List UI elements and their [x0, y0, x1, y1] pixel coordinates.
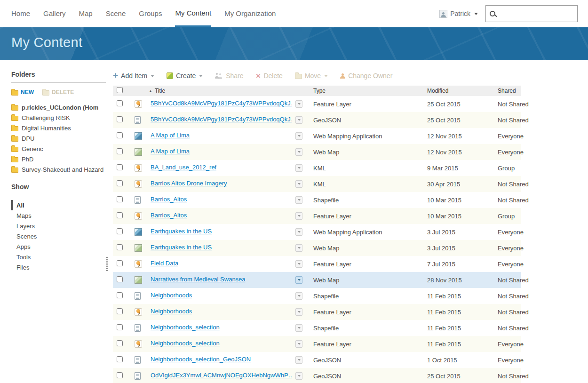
item-title-link[interactable]: Neighborhoods_selection	[151, 324, 220, 331]
row-checkbox[interactable]	[117, 260, 123, 266]
move-button[interactable]: Move	[295, 72, 328, 80]
chevron-down-icon	[298, 311, 301, 313]
nav-item-home[interactable]: Home	[11, 0, 30, 27]
create-button[interactable]: Create	[167, 72, 203, 80]
table-row: Barrios_AltosShapefile10 Mar 2015Not Sha…	[113, 192, 521, 208]
item-title-link[interactable]: Barrios_Altos	[151, 212, 187, 219]
delete-button[interactable]: ✕ Delete	[256, 72, 283, 80]
item-title-link[interactable]: 5BhYvCOd8kA9McVPgy181PzC4y73WPPvdoqQkJ…	[151, 100, 292, 107]
item-modified: 7 Jul 2015	[427, 261, 498, 268]
add-item-button[interactable]: + Add Item	[113, 72, 154, 80]
folder-item[interactable]: DPU	[11, 133, 109, 144]
folder-item[interactable]: Challenging RISK	[11, 112, 109, 123]
row-checkbox[interactable]	[117, 324, 123, 330]
item-dropdown-button[interactable]	[295, 308, 302, 316]
filter-item-apps[interactable]: Apps	[11, 241, 109, 252]
item-dropdown-button[interactable]	[295, 276, 302, 284]
row-checkbox[interactable]	[117, 116, 123, 122]
item-title-link[interactable]: A Map of Lima	[151, 148, 190, 155]
item-dropdown-button[interactable]	[295, 372, 302, 380]
delete-folder-label: DELETE	[52, 89, 74, 96]
item-dropdown-button[interactable]	[295, 244, 302, 252]
row-checkbox[interactable]	[117, 196, 123, 202]
row-checkbox[interactable]	[117, 132, 123, 138]
filter-item-files[interactable]: Files	[11, 262, 109, 272]
row-checkbox[interactable]	[117, 276, 123, 282]
item-dropdown-button[interactable]	[295, 324, 302, 332]
filter-item-scenes[interactable]: Scenes	[11, 231, 109, 241]
filter-item-layers[interactable]: Layers	[11, 221, 109, 231]
row-checkbox[interactable]	[117, 100, 123, 106]
item-title-link[interactable]: OdVIgidJEx3YmwLACMnwjNOEgOXHebNgwWhP…	[151, 372, 292, 379]
item-dropdown-button[interactable]	[295, 116, 302, 124]
folder-item[interactable]: Survey-Shakeout! and Hazard	[11, 164, 109, 175]
item-dropdown-button[interactable]	[295, 292, 302, 300]
folder-item[interactable]: Generic	[11, 144, 109, 154]
sidebar-resize-handle[interactable]	[106, 257, 108, 271]
item-dropdown-button[interactable]	[295, 212, 302, 220]
nav-item-my-content[interactable]: My Content	[175, 0, 211, 27]
nav-item-scene[interactable]: Scene	[106, 0, 126, 27]
filter-item-maps[interactable]: Maps	[11, 210, 109, 221]
search-input[interactable]	[500, 10, 573, 18]
filter-item-all[interactable]: All	[11, 200, 109, 210]
nav-item-map[interactable]: Map	[79, 0, 93, 27]
item-shared: Not Shared	[498, 181, 529, 188]
filter-item-tools[interactable]: Tools	[11, 252, 109, 262]
row-checkbox[interactable]	[117, 164, 123, 170]
item-title-link[interactable]: A Map of Lima	[151, 132, 190, 139]
item-title-link[interactable]: Earthquakes in the US	[151, 228, 212, 235]
web-map-icon	[135, 244, 142, 252]
item-dropdown-button[interactable]	[295, 164, 302, 172]
item-title-link[interactable]: Neighborhoods_selection	[151, 340, 220, 347]
item-title-link[interactable]: Neighborhoods	[151, 292, 192, 299]
row-checkbox[interactable]	[117, 228, 123, 234]
share-button[interactable]: Share	[215, 72, 243, 80]
item-title-link[interactable]: 5BhYvCOd8kA9McVPgy181PzC4y73WPPvdoqQkJ…	[151, 116, 292, 123]
row-checkbox[interactable]	[117, 340, 123, 346]
item-shared: Everyone	[498, 357, 524, 364]
column-header-modified[interactable]: Modified	[427, 88, 498, 94]
item-dropdown-button[interactable]	[295, 260, 302, 268]
new-folder-button[interactable]: NEW	[11, 89, 34, 96]
item-title-link[interactable]: Neighborhoods	[151, 308, 192, 315]
item-dropdown-button[interactable]	[295, 196, 302, 204]
item-dropdown-button[interactable]	[295, 148, 302, 156]
row-checkbox[interactable]	[117, 292, 123, 298]
item-title-link[interactable]: Neighborhoods_selection_GeoJSON	[151, 356, 251, 363]
user-menu[interactable]: Patrick	[439, 10, 478, 18]
item-dropdown-button[interactable]	[295, 132, 302, 140]
item-dropdown-button[interactable]	[295, 180, 302, 188]
nav-item-gallery[interactable]: Gallery	[43, 0, 66, 27]
table-row: Barrios Altos Drone ImageryKML30 Apr 201…	[113, 176, 521, 192]
item-type: GeoJSON	[313, 373, 427, 380]
item-dropdown-button[interactable]	[295, 228, 302, 236]
folder-item[interactable]: PhD	[11, 154, 109, 164]
row-checkbox[interactable]	[117, 372, 123, 378]
item-title-link[interactable]: Narratives from Medieval Swansea	[151, 276, 246, 283]
row-checkbox[interactable]	[117, 212, 123, 218]
folder-item-home[interactable]: p.rickles_UCLondon (Hom	[11, 102, 109, 112]
item-title-link[interactable]: BA_Land_use_2012_ref	[151, 164, 216, 171]
item-dropdown-button[interactable]	[295, 356, 302, 364]
row-checkbox[interactable]	[117, 244, 123, 250]
item-title-link[interactable]: Barrios Altos Drone Imagery	[151, 180, 227, 187]
row-checkbox[interactable]	[117, 180, 123, 186]
column-header-title[interactable]: ▲ Title	[135, 88, 313, 94]
item-title-link[interactable]: Field Data	[151, 260, 178, 267]
item-dropdown-button[interactable]	[295, 100, 302, 108]
column-header-type[interactable]: Type	[313, 88, 427, 94]
row-checkbox[interactable]	[117, 148, 123, 154]
nav-item-groups[interactable]: Groups	[139, 0, 162, 27]
delete-folder-button[interactable]: DELETE	[42, 89, 74, 96]
item-title-link[interactable]: Earthquakes in the US	[151, 244, 212, 251]
item-dropdown-button[interactable]	[295, 340, 302, 348]
change-owner-button[interactable]: Change Owner	[340, 72, 392, 80]
row-checkbox[interactable]	[117, 308, 123, 314]
nav-item-my-organization[interactable]: My Organization	[224, 0, 276, 27]
column-header-shared[interactable]: Shared	[498, 88, 521, 94]
folder-item[interactable]: Digital Humanities	[11, 123, 109, 133]
row-checkbox[interactable]	[117, 356, 123, 362]
select-all-checkbox[interactable]	[117, 87, 123, 93]
item-title-link[interactable]: Barrios_Altos	[151, 196, 187, 203]
